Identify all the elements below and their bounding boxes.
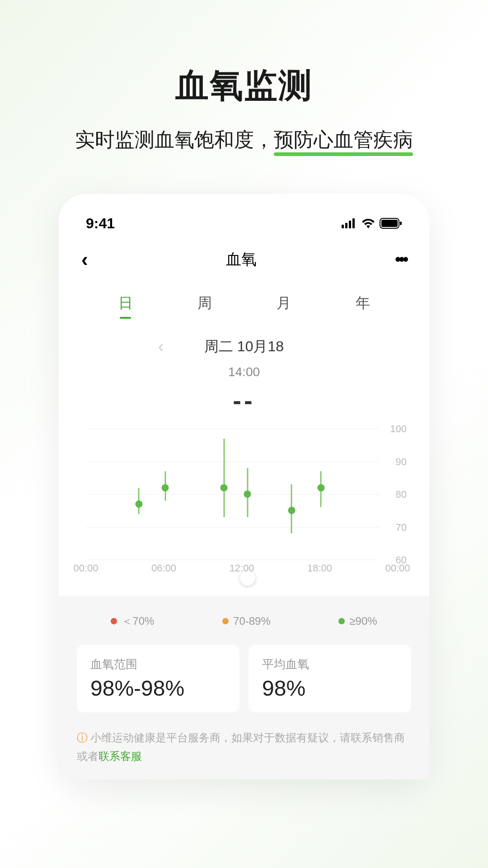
legend-label: ≥90% (349, 615, 377, 627)
x-tick: 00:00 (385, 562, 410, 574)
wifi-icon (361, 218, 375, 228)
tab-3[interactable]: 年 (356, 293, 370, 319)
data-point[interactable] (164, 471, 166, 500)
y-tick: 70 (396, 522, 407, 533)
more-icon[interactable]: ••• (395, 250, 407, 269)
summary-card[interactable]: 血氧范围98%-98% (77, 645, 239, 712)
hero: 血氧监测 实时监测血氧饱和度，预防心血管疾病 (0, 0, 488, 153)
card-label: 平均血氧 (262, 656, 398, 672)
statusbar-time: 9:41 (86, 215, 115, 232)
card-value: 98%-98% (90, 676, 226, 701)
hero-subtitle: 实时监测血氧饱和度，预防心血管疾病 (0, 127, 488, 153)
tab-0[interactable]: 日 (118, 293, 133, 319)
legend-label: ＜70% (122, 614, 154, 628)
data-point[interactable] (223, 439, 225, 517)
x-tick: 06:00 (151, 562, 176, 574)
period-tabs: 日周月年 (59, 280, 429, 319)
lower-panel: ＜70%70-89%≥90% 血氧范围98%-98%平均血氧98% ⓘ小维运动健… (59, 596, 429, 779)
summary-cards: 血氧范围98%-98%平均血氧98% (77, 645, 411, 712)
hero-sub-prefix: 实时监测血氧饱和度， (75, 128, 274, 151)
tab-1[interactable]: 周 (197, 293, 212, 319)
data-point[interactable] (138, 488, 140, 514)
data-point[interactable] (247, 468, 248, 517)
legend-item: 70-89% (222, 614, 271, 628)
svg-rect-1 (345, 223, 347, 228)
gridline (86, 429, 380, 429)
legend-label: 70-89% (233, 615, 271, 627)
current-value: -- (59, 386, 429, 415)
contact-link[interactable]: 联系客服 (99, 750, 142, 762)
tab-2[interactable]: 月 (277, 293, 291, 319)
card-label: 血氧范围 (90, 656, 226, 672)
svg-rect-2 (349, 221, 351, 228)
statusbar-icons (342, 218, 402, 229)
svg-rect-0 (342, 225, 344, 228)
y-tick: 90 (396, 456, 407, 468)
date-nav: ‹ 周二 10月18 › (59, 337, 429, 357)
date-label: 周二 10月18 (204, 337, 284, 357)
x-tick: 18:00 (307, 562, 332, 574)
disclaimer: ⓘ小维运动健康是平台服务商，如果对于数据有疑议，请联系销售商或者联系客服 (77, 729, 411, 766)
signal-icon (342, 218, 357, 228)
legend-item: ≥90% (338, 614, 377, 628)
legend-dot-icon (111, 618, 117, 624)
svg-rect-5 (381, 220, 398, 227)
gridline (86, 560, 380, 560)
card-value: 98% (262, 676, 398, 701)
legend-dot-icon (222, 618, 229, 624)
warning-icon: ⓘ (77, 731, 88, 744)
gridline (86, 527, 380, 528)
time-label: 14:00 (59, 365, 429, 379)
prev-date-icon[interactable]: ‹ (158, 337, 164, 356)
legend-item: ＜70% (111, 614, 154, 628)
navbar: ‹ 血氧 ••• (59, 235, 429, 280)
y-tick: 80 (396, 489, 407, 500)
legend: ＜70%70-89%≥90% (77, 614, 411, 628)
legend-dot-icon (338, 618, 345, 624)
y-tick: 100 (390, 423, 407, 435)
svg-rect-3 (352, 218, 355, 228)
x-tick: 00:00 (73, 562, 98, 574)
battery-icon (380, 218, 402, 229)
hero-title: 血氧监测 (0, 63, 488, 108)
phone-mockup: 9:41 ‹ 血氧 ••• 日周月年 ‹ 周二 10月18 › 14:00 --… (59, 194, 429, 779)
svg-rect-6 (400, 222, 402, 225)
data-point[interactable] (291, 484, 292, 533)
chart[interactable]: 6070809010000:0006:0012:0018:0000:00 (77, 429, 411, 578)
back-icon[interactable]: ‹ (81, 248, 88, 271)
x-tick: 12:00 (229, 562, 254, 574)
gridline (86, 494, 380, 495)
statusbar: 9:41 (59, 212, 429, 235)
time-slider[interactable] (86, 576, 380, 578)
nav-title: 血氧 (226, 249, 257, 270)
gridline (86, 462, 380, 462)
data-point[interactable] (320, 471, 322, 507)
hero-sub-highlight: 预防心血管疾病 (274, 127, 413, 153)
summary-card[interactable]: 平均血氧98% (249, 645, 411, 712)
